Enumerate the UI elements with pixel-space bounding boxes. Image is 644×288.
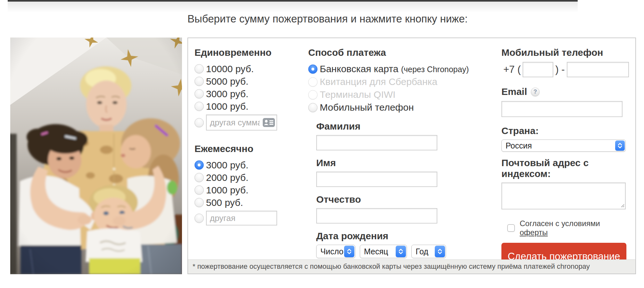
- birthdate-label: Дата рождения: [316, 231, 446, 241]
- agree-label: Согласен с условиями оферты: [520, 219, 627, 237]
- phone-row: +7 ( ) -: [501, 62, 627, 77]
- resize-grip-icon[interactable]: [620, 203, 624, 208]
- radio-label: 3000 руб.: [206, 89, 248, 99]
- payment-option-card[interactable]: Банковская карта (через Chronopay): [308, 63, 446, 75]
- radio-label: Квитанция для Сбербанка: [320, 76, 437, 87]
- payment-option-sberbank: Квитанция для Сбербанка: [308, 75, 446, 88]
- page-title: Выберите сумму пожертвования и нажмите к…: [187, 13, 468, 25]
- radio-icon[interactable]: [308, 103, 318, 112]
- one-time-other-wrap: [206, 114, 277, 131]
- payment-column: Способ платежа Банковская карта (через C…: [308, 47, 446, 258]
- birthdate-selects: Число Месяц Год: [316, 245, 446, 258]
- postal-address-wrap: [501, 182, 626, 209]
- radio-icon[interactable]: [194, 118, 204, 127]
- monthly-option-500[interactable]: 500 руб.: [194, 196, 297, 209]
- select-arrows-icon: [396, 246, 406, 257]
- radio-icon[interactable]: [194, 214, 204, 223]
- radio-label: 1000 руб.: [206, 185, 248, 196]
- one-time-option-3000[interactable]: 3000 руб.: [194, 88, 297, 100]
- one-time-option-10000[interactable]: 10000 руб.: [194, 63, 297, 75]
- agree-row: Согласен с условиями оферты: [501, 219, 627, 237]
- day-select-value: Число: [317, 247, 343, 256]
- patronymic-label: Отчество: [316, 194, 446, 205]
- year-select-value: Год: [412, 247, 428, 256]
- radio-icon[interactable]: [194, 185, 204, 195]
- radio-icon[interactable]: [194, 173, 204, 182]
- monthly-option-1000[interactable]: 1000 руб.: [194, 184, 297, 196]
- country-select-value: Россия: [502, 141, 532, 150]
- radio-selected-icon[interactable]: [308, 64, 318, 74]
- monthly-other-row: [194, 211, 297, 225]
- radio-icon[interactable]: [194, 77, 204, 86]
- chronopay-note: * пожертвование осуществляется с помощью…: [188, 259, 635, 274]
- email-help-icon[interactable]: ?: [531, 88, 540, 96]
- radio-label: 5000 руб.: [206, 76, 248, 87]
- autofill-contact-icon[interactable]: [263, 118, 275, 127]
- donation-form-panel: Единовременно 10000 руб. 5000 руб. 3000 …: [187, 38, 636, 274]
- country-label: Страна:: [501, 125, 627, 136]
- monthly-option-2000[interactable]: 2000 руб.: [194, 171, 297, 184]
- email-input[interactable]: [501, 101, 623, 117]
- monthly-other-amount-input[interactable]: [206, 211, 277, 225]
- family-photo: [10, 38, 182, 274]
- select-arrows-icon: [435, 246, 445, 257]
- radio-label: 3000 руб.: [206, 160, 248, 171]
- payment-card-label: Банковская карта: [320, 64, 398, 74]
- year-select[interactable]: Год: [411, 245, 446, 258]
- donation-page: Выберите сумму пожертвования и нажмите к…: [0, 0, 644, 288]
- one-time-option-5000[interactable]: 5000 руб.: [194, 75, 297, 88]
- agree-checkbox[interactable]: [507, 224, 515, 232]
- radio-disabled-icon: [308, 90, 318, 99]
- day-select[interactable]: Число: [316, 245, 355, 258]
- month-select[interactable]: Месяц: [360, 245, 407, 258]
- family-photo-image: [10, 38, 182, 274]
- radio-icon[interactable]: [194, 64, 204, 73]
- radio-label: Банковская карта (через Chronopay): [320, 64, 469, 74]
- postal-address-label: Почтовый адрес с индексом:: [501, 157, 614, 179]
- one-time-heading: Единовременно: [194, 47, 297, 58]
- radio-icon[interactable]: [194, 89, 204, 98]
- radio-label: Терминалы QIWI: [320, 89, 395, 100]
- radio-label: 500 руб.: [206, 197, 243, 208]
- payment-option-qiwi: Терминалы QIWI: [308, 88, 446, 101]
- select-arrows-icon: [615, 140, 625, 151]
- phone-code-input[interactable]: [523, 62, 553, 77]
- contact-column: Мобильный телефон +7 ( ) - Email ? Стран…: [501, 47, 627, 270]
- radio-icon[interactable]: [194, 102, 204, 111]
- payment-card-suffix: (через Chronopay): [401, 65, 469, 74]
- radio-label: Мобильный телефон: [320, 102, 414, 113]
- amount-column: Единовременно 10000 руб. 5000 руб. 3000 …: [194, 47, 297, 225]
- lastname-label: Фамилия: [316, 121, 446, 132]
- agree-text: Согласен с условиями: [520, 219, 600, 228]
- firstname-input[interactable]: [316, 172, 437, 187]
- payment-method-heading: Способ платежа: [308, 47, 446, 58]
- firstname-label: Имя: [316, 157, 446, 168]
- country-select[interactable]: Россия: [501, 140, 626, 152]
- lastname-input[interactable]: [316, 135, 437, 150]
- patronymic-input[interactable]: [316, 208, 437, 224]
- monthly-heading: Ежемесячно: [194, 143, 297, 154]
- top-bar-shadow: [8, 2, 578, 13]
- radio-selected-icon[interactable]: [194, 160, 204, 170]
- postal-address-textarea[interactable]: [501, 182, 626, 209]
- one-time-option-1000[interactable]: 1000 руб.: [194, 100, 297, 113]
- email-row: Email ?: [501, 86, 627, 97]
- radio-label: 2000 руб.: [206, 172, 248, 183]
- radio-disabled-icon: [308, 77, 318, 87]
- radio-icon[interactable]: [194, 198, 204, 207]
- month-select-value: Месяц: [360, 247, 388, 256]
- phone-prefix: +7 (: [503, 64, 521, 75]
- phone-number-input[interactable]: [567, 62, 629, 77]
- payment-option-mobile[interactable]: Мобильный телефон: [308, 101, 446, 114]
- offer-link[interactable]: оферты: [520, 228, 548, 237]
- mobile-phone-heading: Мобильный телефон: [501, 47, 627, 58]
- one-time-other-row: [194, 114, 297, 131]
- radio-label: 1000 руб.: [206, 101, 248, 112]
- monthly-option-3000[interactable]: 3000 руб.: [194, 159, 297, 171]
- phone-infix: ) -: [555, 64, 565, 75]
- select-arrows-icon: [344, 246, 354, 257]
- email-label: Email: [501, 86, 527, 97]
- radio-label: 10000 руб.: [206, 64, 254, 74]
